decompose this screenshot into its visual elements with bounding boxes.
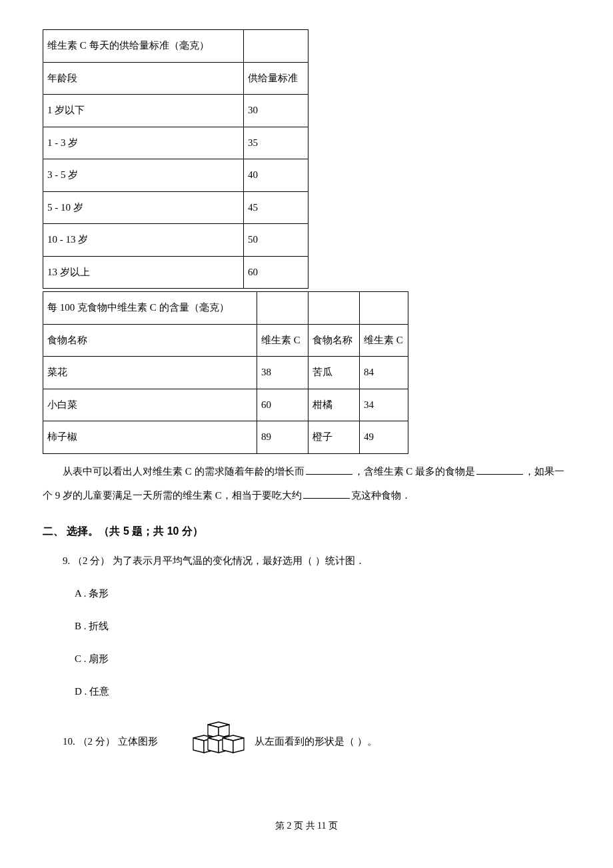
svg-marker-4 bbox=[193, 738, 204, 753]
table2-title: 每 100 克食物中维生素 C 的含量（毫克） bbox=[43, 292, 257, 325]
fill-blank bbox=[306, 464, 352, 475]
table2-header-food1: 食物名称 bbox=[43, 324, 257, 357]
table-row: 1 岁以下 30 bbox=[43, 95, 308, 127]
table-row: 10 - 13 岁 50 bbox=[43, 224, 308, 257]
table-row: 5 - 10 岁 45 bbox=[43, 191, 308, 224]
table-row: 1 - 3 岁 35 bbox=[43, 127, 308, 159]
vitamin-c-food-table: 每 100 克食物中维生素 C 的含量（毫克） 食物名称 维生素 C 食物名称 … bbox=[43, 291, 408, 454]
table2-header-vc2: 维生素 C bbox=[360, 324, 408, 357]
table-row: 每 100 克食物中维生素 C 的含量（毫克） bbox=[43, 292, 408, 325]
fill-blank bbox=[303, 488, 350, 499]
choice-B: B . 折线 bbox=[75, 617, 570, 635]
table-row: 13 岁以上 60 bbox=[43, 256, 308, 289]
svg-marker-11 bbox=[233, 738, 244, 753]
table1-title: 维生素 C 每天的供给量标准（毫克） bbox=[43, 30, 244, 63]
cubes-figure-icon bbox=[161, 721, 251, 764]
table-row: 柿子椒 89 橙子 49 bbox=[43, 421, 408, 454]
table-row: 3 - 5 岁 40 bbox=[43, 159, 308, 192]
page-footer: 第 2 页 共 11 页 bbox=[43, 820, 570, 832]
table-row: 菜花 38 苦瓜 84 bbox=[43, 357, 408, 389]
table-row: 小白菜 60 柑橘 34 bbox=[43, 389, 408, 421]
question-9-stem: 9. （2 分） 为了表示月平均气温的变化情况，最好选用（ ）统计图． bbox=[43, 552, 570, 570]
section-2-heading: 二、 选择。（共 5 题；共 10 分） bbox=[43, 525, 570, 539]
table1-header-age: 年龄段 bbox=[43, 62, 244, 95]
fill-blank bbox=[476, 464, 523, 475]
svg-marker-10 bbox=[223, 738, 233, 753]
table2-header-vc1: 维生素 C bbox=[257, 324, 308, 357]
analysis-paragraph: 从表中可以看出人对维生素 C 的需求随着年龄的增长而，含维生素 C 最多的食物是… bbox=[43, 459, 570, 507]
question-9-choices: A . 条形 B . 折线 C . 扇形 D . 任意 bbox=[75, 585, 570, 701]
question-10-stem: 10. （2 分） 立体图形 bbox=[43, 721, 570, 764]
table1-header-amount: 供给量标准 bbox=[244, 62, 308, 95]
choice-C: C . 扇形 bbox=[75, 650, 570, 668]
svg-marker-7 bbox=[208, 738, 219, 753]
table2-header-food2: 食物名称 bbox=[308, 324, 360, 357]
table-row: 维生素 C 每天的供给量标准（毫克） bbox=[43, 30, 308, 63]
vitamin-c-supply-table: 维生素 C 每天的供给量标准（毫克） 年龄段 供给量标准 1 岁以下 30 1 … bbox=[43, 29, 308, 289]
table-row: 食物名称 维生素 C 食物名称 维生素 C bbox=[43, 324, 408, 357]
choice-A: A . 条形 bbox=[75, 585, 570, 603]
table-row: 年龄段 供给量标准 bbox=[43, 62, 308, 95]
choice-D: D . 任意 bbox=[75, 683, 570, 701]
